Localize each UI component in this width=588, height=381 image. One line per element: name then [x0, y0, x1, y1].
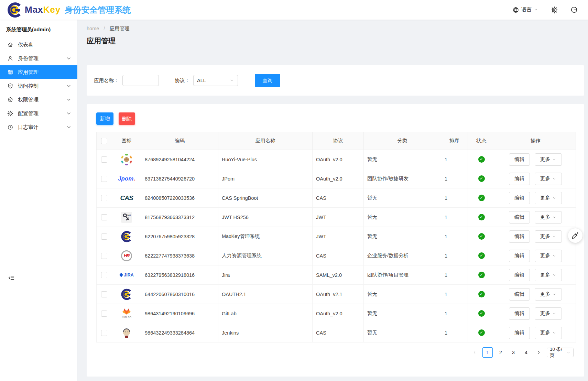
badge-icon: [7, 97, 13, 103]
more-button[interactable]: 更多: [535, 153, 562, 166]
edit-button[interactable]: 编辑: [509, 211, 530, 224]
app-protocol: CAS: [313, 323, 364, 342]
floating-tool-button[interactable]: [568, 228, 582, 243]
table-row: Jpom. 837136275440926720 JPom OAuth_v2.0…: [97, 169, 576, 188]
sidebar-item-dashboard[interactable]: 仪表盘: [0, 38, 77, 52]
column-header-category: 分类: [364, 132, 441, 150]
settings-gear-icon[interactable]: [551, 6, 558, 14]
edit-button[interactable]: 编辑: [509, 230, 530, 243]
search-button[interactable]: 查询: [255, 74, 280, 87]
more-button[interactable]: 更多: [535, 173, 562, 185]
chevron-down-icon: [552, 196, 556, 200]
app-name: GitLab: [218, 304, 313, 323]
more-button[interactable]: 更多: [535, 307, 562, 320]
sidebar-item-label: 身份管理: [18, 55, 39, 62]
jira-logo-icon: JIRA: [112, 265, 141, 284]
maxkey-app: Max Key 身份安全管理系统 语言 系统管理员(admin) 仪表盘 身份管…: [0, 0, 588, 381]
prev-page-button[interactable]: [470, 348, 479, 357]
row-checkbox[interactable]: [101, 214, 107, 220]
edit-button[interactable]: 编辑: [509, 173, 530, 185]
more-button[interactable]: 更多: [535, 192, 562, 204]
more-button[interactable]: 更多: [535, 269, 562, 281]
page-2-button[interactable]: 2: [496, 348, 505, 357]
gear-icon: [7, 110, 13, 117]
page-1-button[interactable]: 1: [482, 347, 493, 358]
sidebar-item-applications[interactable]: 应用管理: [0, 65, 77, 79]
app-code: 837136275440926720: [141, 169, 218, 188]
app-sort: 1: [441, 304, 468, 323]
row-checkbox[interactable]: [101, 195, 107, 201]
status-enabled-icon: [478, 156, 485, 163]
row-checkbox[interactable]: [101, 291, 107, 297]
edit-button[interactable]: 编辑: [509, 250, 530, 262]
app-code: 644220607860310016: [141, 285, 218, 304]
add-button[interactable]: 新增: [96, 112, 113, 125]
clock-icon: [7, 124, 13, 130]
sidebar-item-access-control[interactable]: 访问控制: [0, 79, 77, 93]
status-enabled-icon: [478, 272, 485, 278]
home-icon: [7, 42, 13, 48]
sidebar-collapse-button[interactable]: [8, 274, 16, 282]
language-menu[interactable]: 语言: [512, 7, 538, 13]
more-button[interactable]: 更多: [535, 250, 562, 262]
table-row: JWT 817568793663373312 JWT HS256 JWT 暂无 …: [97, 208, 576, 227]
app-category: 暂无: [364, 188, 441, 208]
next-page-button[interactable]: [534, 348, 544, 357]
chevron-down-icon: [552, 157, 556, 162]
app-protocol: OAuth_v2.1: [313, 285, 364, 304]
delete-button[interactable]: 删除: [119, 112, 135, 125]
sidebar-item-identity[interactable]: 身份管理: [0, 52, 77, 65]
table-panel: 新增 删除 图标 编码 应用名称 协议 分类 排序 状态 操作: [87, 104, 584, 377]
logout-icon[interactable]: [570, 6, 578, 13]
breadcrumb-home[interactable]: home: [87, 26, 99, 31]
edit-button[interactable]: 编辑: [509, 288, 530, 301]
chevron-down-icon: [552, 292, 556, 296]
row-checkbox[interactable]: [101, 233, 107, 240]
page-size-select[interactable]: 10 条/页: [547, 348, 574, 357]
edit-button[interactable]: 编辑: [509, 192, 530, 204]
brand[interactable]: Max Key 身份安全管理系统: [0, 2, 131, 18]
more-button[interactable]: 更多: [535, 288, 562, 301]
more-button[interactable]: 更多: [535, 211, 562, 224]
more-button[interactable]: 更多: [535, 327, 562, 339]
app-code: 622076759805923328: [141, 227, 218, 246]
select-all-checkbox[interactable]: [101, 138, 107, 144]
hr-logo-icon: HR: [112, 246, 141, 265]
sidebar-item-audit-log[interactable]: 日志审计: [0, 120, 77, 134]
brand-name-secondary: Key: [43, 4, 61, 15]
sidebar-item-configuration[interactable]: 配置管理: [0, 107, 77, 120]
protocol-select[interactable]: ALL: [193, 75, 238, 86]
chevron-down-icon: [552, 215, 556, 219]
page-3-button[interactable]: 3: [509, 348, 518, 357]
status-enabled-icon: [478, 214, 485, 220]
column-header-actions: 操作: [495, 132, 576, 150]
row-checkbox[interactable]: [101, 253, 107, 259]
jpom-logo-icon: Jpom.: [112, 169, 141, 188]
edit-button[interactable]: 编辑: [509, 307, 530, 320]
row-checkbox[interactable]: [101, 311, 107, 317]
app-code: 824008507220033536: [141, 188, 218, 208]
app-sort: 1: [441, 285, 468, 304]
app-protocol: OAuth_v2.0: [313, 150, 364, 169]
table-row: 986432249333284864 Jenkins CAS 暂无 1 编辑 更…: [97, 323, 576, 342]
more-button[interactable]: 更多: [535, 230, 562, 243]
sidebar-item-permissions[interactable]: 权限管理: [0, 93, 77, 107]
chevron-right-icon: [536, 350, 541, 355]
row-checkbox[interactable]: [101, 176, 107, 182]
chevron-down-icon: [66, 110, 72, 117]
edit-button[interactable]: 编辑: [509, 269, 530, 281]
edit-button[interactable]: 编辑: [509, 153, 530, 166]
table-row: 876892492581044224 RuoYi-Vue-Plus OAuth_…: [97, 150, 576, 169]
app-category: 暂无: [364, 285, 441, 304]
current-user-label: 系统管理员(admin): [0, 20, 77, 38]
sidebar-item-label: 配置管理: [18, 110, 39, 117]
app-code: 986432249333284864: [141, 323, 218, 342]
row-checkbox[interactable]: [101, 272, 107, 278]
brand-name-primary: Max: [25, 4, 43, 15]
page-4-button[interactable]: 4: [521, 348, 531, 357]
edit-button[interactable]: 编辑: [509, 327, 530, 339]
row-checkbox[interactable]: [101, 330, 107, 336]
app-name-input[interactable]: [122, 75, 159, 86]
row-checkbox[interactable]: [101, 156, 107, 163]
status-enabled-icon: [478, 175, 485, 182]
